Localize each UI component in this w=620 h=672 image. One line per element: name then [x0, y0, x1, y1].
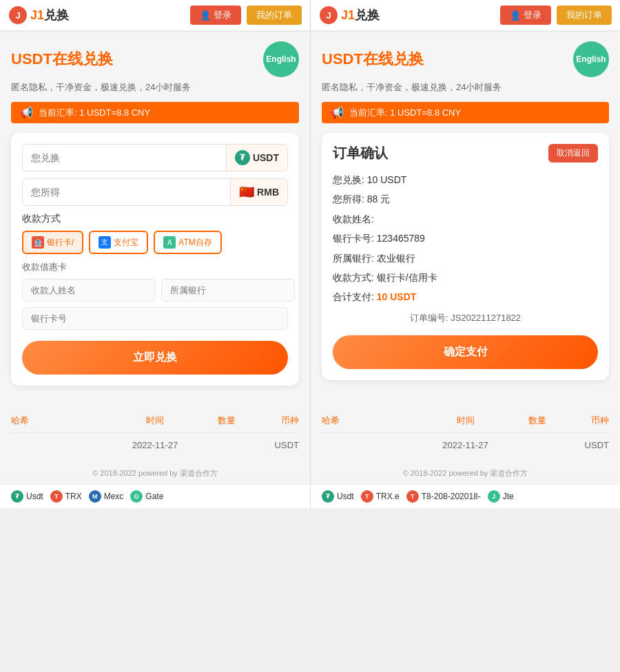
left-alipay-btn[interactable]: 支 支付宝	[89, 231, 148, 254]
table-row: 2022-11-27 USDT	[11, 436, 299, 454]
svg-text:J: J	[15, 10, 20, 21]
table-row: 2022-11-27 USDT	[322, 436, 609, 454]
left-row-amount	[203, 440, 251, 450]
left-col-hash: 哈希	[11, 414, 107, 427]
left-card-label: 收款借惠卡	[22, 261, 288, 273]
right-order-total-amount: 10 USDT	[377, 291, 417, 302]
left-coin-usdt: ₮ Usdt	[11, 490, 43, 503]
left-rmb-icon: 🇨🇳	[239, 185, 254, 200]
right-coin-jte-icon: J	[488, 490, 500, 503]
left-alipay-icon: 支	[99, 236, 111, 249]
left-page-title: USDT在线兑换	[11, 49, 113, 70]
right-coin-jte-label: Jte	[503, 492, 514, 501]
left-exchange-card: ₮ USDT 🇨🇳 RMB 收款方式 🏦	[11, 133, 299, 386]
left-main: USDT在线兑换 English 匿名隐私，干净资金，极速兑换，24小时服务 📢…	[0, 30, 310, 406]
left-subtitle: 匿名隐私，干净资金，极速兑换，24小时服务	[11, 81, 299, 94]
right-coin-trx-label: TRX.e	[376, 492, 400, 501]
left-exchange-input[interactable]	[23, 145, 226, 170]
right-order-bank: 所属银行: 农业银行	[333, 251, 598, 266]
left-coin-usdt-label: Usdt	[26, 492, 43, 501]
left-rate-bar: 📢 当前汇率: 1 USDT=8.8 CNY	[11, 102, 299, 123]
right-logo: J J1兑换	[319, 6, 380, 25]
left-header: J J1兑换 👤 登录 我的订单	[0, 0, 310, 30]
right-row-currency: USDT	[561, 440, 610, 450]
right-coin-t8: T T8-208-202018-	[406, 490, 481, 503]
left-orders-button[interactable]: 我的订单	[247, 6, 302, 25]
right-table-header: 哈希 时间 数量 币种	[322, 414, 609, 433]
left-table-header: 哈希 时间 数量 币种	[11, 414, 299, 433]
right-table: 哈希 时间 数量 币种 2022-11-27 USDT	[311, 406, 620, 463]
left-rmb-badge: 🇨🇳 RMB	[230, 179, 287, 205]
right-title-row: USDT在线兑换 English	[322, 41, 609, 77]
left-english-badge[interactable]: English	[263, 41, 299, 77]
right-coin-t8-label: T8-208-202018-	[422, 492, 481, 501]
left-logo-icon: J	[8, 6, 28, 25]
right-order-recipient: 收款姓名:	[333, 211, 598, 227]
right-order-payment: 收款方式: 银行卡/信用卡	[333, 270, 598, 285]
svg-text:J: J	[326, 10, 331, 21]
left-col-time: 时间	[107, 414, 203, 427]
right-subtitle: 匿名隐私，干净资金，极速兑换，24小时服务	[322, 81, 609, 94]
left-row-hash	[11, 440, 107, 450]
right-orders-button[interactable]: 我的订单	[557, 6, 612, 25]
right-order-card: 订单确认 取消返回 您兑换: 10 USDT 您所得: 88 元 收款姓名: 银…	[322, 133, 609, 380]
right-coin-t8-icon: T	[406, 490, 419, 503]
right-row-hash	[322, 440, 417, 450]
right-coin-usdt-icon: ₮	[322, 490, 334, 503]
right-order-total: 合计支付: 10 USDT	[333, 289, 598, 304]
right-col-time: 时间	[417, 414, 513, 427]
left-logo-j1: J1	[30, 8, 44, 22]
right-header-buttons: 👤 登录 我的订单	[500, 6, 612, 25]
left-bank-icon: 🏦	[32, 236, 44, 249]
left-atm-label: ATM自存	[178, 237, 211, 249]
right-order-title: 订单确认	[333, 144, 388, 162]
right-header: J J1兑换 👤 登录 我的订单	[311, 0, 620, 30]
left-header-buttons: 👤 登录 我的订单	[190, 6, 302, 25]
left-usdt-icon: ₮	[235, 150, 250, 165]
left-card-number-input[interactable]	[22, 307, 288, 330]
right-rate-bar: 📢 当前汇率: 1 USDT=8.8 CNY	[322, 102, 609, 123]
left-rate-text: 当前汇率: 1 USDT=8.8 CNY	[39, 107, 150, 119]
right-rate-icon: 📢	[330, 106, 344, 119]
right-bottom-bar: ₮ Usdt T TRX.e T T8-208-202018- J Jte	[311, 484, 620, 508]
left-submit-button[interactable]: 立即兑换	[22, 341, 288, 375]
left-coin-trx: T TRX	[50, 490, 82, 503]
left-exchange-input-row: ₮ USDT	[22, 144, 288, 171]
left-bank-input[interactable]	[161, 279, 295, 302]
right-coin-usdt: ₮ Usdt	[322, 490, 354, 503]
right-confirm-button[interactable]: 确定支付	[333, 335, 598, 369]
right-logo-icon: J	[319, 6, 338, 25]
right-english-badge[interactable]: English	[573, 41, 609, 77]
right-footer: © 2018-2022 powered by 渠道合作方	[311, 463, 620, 484]
left-get-input[interactable]	[23, 180, 230, 204]
right-coin-trx-icon: T	[361, 490, 373, 503]
right-col-amount: 数量	[513, 414, 561, 427]
left-bank-btn[interactable]: 🏦 银行卡/	[22, 231, 83, 254]
left-alipay-label: 支付宝	[114, 237, 138, 249]
left-table: 哈希 时间 数量 币种 2022-11-27 USDT	[0, 406, 310, 463]
right-logo-j1: J1	[341, 8, 355, 22]
left-bottom-bar: ₮ Usdt T TRX M Mexc G Gate	[0, 484, 310, 508]
left-get-input-row: 🇨🇳 RMB	[22, 178, 288, 206]
left-recipient-name-input[interactable]	[22, 279, 156, 302]
right-login-button[interactable]: 👤 登录	[500, 6, 551, 25]
right-col-currency: 币种	[561, 414, 610, 427]
left-col-currency: 币种	[251, 414, 299, 427]
left-footer: © 2018-2022 powered by 渠道合作方	[0, 463, 310, 484]
left-coin-gate-label: Gate	[145, 492, 163, 501]
right-login-icon: 👤	[510, 10, 521, 21]
left-usdt-badge: ₮ USDT	[226, 145, 287, 171]
left-coin-gate-icon: G	[130, 490, 143, 503]
left-row-time: 2022-11-27	[107, 440, 203, 450]
left-coin-usdt-icon: ₮	[11, 490, 23, 503]
right-cancel-button[interactable]: 取消返回	[548, 144, 598, 162]
left-login-label: 登录	[214, 9, 231, 21]
left-rate-icon: 📢	[19, 106, 33, 119]
left-login-button[interactable]: 👤 登录	[190, 6, 241, 25]
left-rmb-label: RMB	[257, 187, 279, 198]
left-atm-btn[interactable]: A ATM自存	[154, 231, 221, 254]
right-rate-text: 当前汇率: 1 USDT=8.8 CNY	[349, 107, 461, 119]
right-coin-trx: T TRX.e	[361, 490, 400, 503]
left-coin-trx-icon: T	[50, 490, 63, 503]
left-coin-mexc-label: Mexc	[104, 492, 124, 501]
